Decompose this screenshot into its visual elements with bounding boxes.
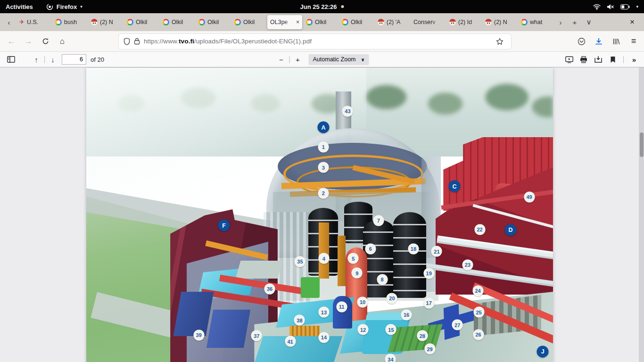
face-favicon-icon [91,19,98,25]
diagram-marker-34: 34 [385,354,396,362]
face-favicon-icon [378,19,384,25]
tab-bar: ‹ ✈U.S.bush(2) NOlkilOlkilOlkilOlkilOL3p… [0,13,644,31]
diagram-marker-2: 2 [318,188,329,198]
presentation-mode-button[interactable] [563,53,575,66]
tab-olkil[interactable]: Olkil [303,15,338,29]
tab-ol3pe[interactable]: OL3pe× [267,15,302,29]
menu-button[interactable]: ≡ [627,35,640,48]
google-favicon-icon [234,19,241,25]
diagram-marker-49: 49 [524,191,535,202]
toolbar-actions: ≡ [575,35,640,48]
previous-page-button[interactable]: ↑ [30,53,42,66]
tab-title: U.S. [27,19,49,25]
scrollbar-thumb[interactable] [640,132,644,157]
scroll-tabs-left-button[interactable]: ‹ [2,15,16,29]
diagram-marker-37: 37 [251,330,262,341]
sidebar-toggle-button[interactable] [5,53,17,66]
orange-support-2 [338,236,346,286]
url-bar[interactable]: https://www.tvo.fi/uploads/File/OL3perus… [119,34,511,49]
diagram-marker-18: 18 [408,243,419,254]
tab-olkil[interactable]: Olkil [339,15,374,29]
tab-olkil[interactable]: Olkil [160,15,195,29]
steam-generator-3 [363,220,395,298]
diagram-marker-3: 3 [318,162,329,173]
library-button[interactable] [610,35,623,48]
green-machine [301,277,320,298]
current-view-bookmark-button[interactable] [607,53,619,66]
diagram-marker-d: D [504,224,516,236]
diagram-marker-39: 39 [193,329,204,340]
battery-icon [620,4,630,9]
diagram-marker-20: 20 [387,293,397,304]
pdf-toolbar: ↑ ↓ of 20 − + Automatic Zoom ∨ [0,52,644,67]
tab-title: Olkil [172,19,192,25]
app-menu[interactable]: Firefox ▾ [46,3,83,10]
tab-olkil[interactable]: Olkil [196,15,231,29]
close-tab-icon[interactable]: × [296,19,299,25]
volume-muted-icon [607,4,614,10]
tab-olkil[interactable]: Olkil [124,15,159,29]
tab-title: Olkil [243,19,264,25]
zoom-out-button[interactable]: − [275,53,288,66]
face-favicon-icon [485,19,492,25]
reload-button[interactable] [38,34,53,49]
diagram-marker-6: 6 [365,243,376,254]
next-page-button[interactable]: ↓ [47,53,59,66]
tab-title: (2) N [100,19,120,25]
pdf-viewer-content[interactable]: 43A132C49F722D61821354523919836242010171… [0,67,644,362]
scroll-tabs-right-button[interactable]: › [553,15,568,29]
diagram-marker-f: F [218,220,230,231]
page-count-label: of 20 [91,56,104,63]
tab-what[interactable]: what [518,15,553,29]
diagram-marker-36: 36 [264,283,275,294]
diagram-marker-5: 5 [348,253,359,264]
tab-title: Olkil [315,19,335,25]
tab-2-n[interactable]: (2) N [482,15,517,29]
home-button[interactable]: ⌂ [55,34,70,49]
diagram-marker-12: 12 [358,324,369,335]
bookmark-star-button[interactable] [493,35,506,48]
diagram-marker-17: 17 [423,297,434,308]
plant-illustration [86,68,553,362]
new-tab-button[interactable]: + [568,15,582,29]
activities-button[interactable]: Activities [6,3,33,10]
tab-title: Olkil [136,19,156,25]
page-number-input[interactable] [62,54,86,65]
reload-icon [42,38,49,45]
firefox-icon [46,3,53,10]
tab-olkil[interactable]: Olkil [231,15,266,29]
tab-title: Olkil [207,19,228,25]
system-status-area[interactable]: ▾ [593,4,638,10]
clock-menu[interactable]: Jun 25 22:26 [300,3,344,10]
tab-2-id[interactable]: (2) Id [446,15,481,29]
equipment-crate [235,261,282,279]
diagram-marker-11: 11 [336,301,347,312]
diagram-marker-29: 29 [424,344,435,354]
zoom-select[interactable]: Automatic Zoom ∨ [309,54,369,65]
save-button[interactable] [592,53,604,66]
lock-icon [134,38,140,45]
more-tools-button[interactable]: » [628,53,640,66]
back-button[interactable]: ← [4,34,19,49]
tab-u-s[interactable]: ✈U.S. [17,15,51,29]
screen: Activities Firefox ▾ Jun 25 22:26 [0,0,644,362]
print-button[interactable] [578,53,590,66]
tab-2-n[interactable]: (2) N [88,15,123,29]
zoom-in-button[interactable]: + [292,53,304,66]
diagram-marker-26: 26 [473,329,484,340]
window-close-button[interactable]: × [624,15,640,29]
google-favicon-icon [55,19,62,25]
diagram-marker-25: 25 [473,307,484,318]
forward-button[interactable]: → [21,34,36,49]
diagram-marker-c: C [449,181,461,192]
tab-2-a[interactable]: (2) 'A [375,15,410,29]
wifi-icon [593,4,601,10]
diagram-marker-35: 35 [295,256,305,267]
tab-bush[interactable]: bush [52,15,87,29]
tab-conserv[interactable]: Conserv [411,15,446,29]
pocket-button[interactable] [575,35,588,48]
url-text: https://www.tvo.fi/uploads/File/OL3perus… [144,38,489,45]
list-tabs-button[interactable]: ∨ [582,15,596,29]
downloads-button[interactable] [592,35,605,48]
vertical-scrollbar[interactable] [639,67,644,362]
